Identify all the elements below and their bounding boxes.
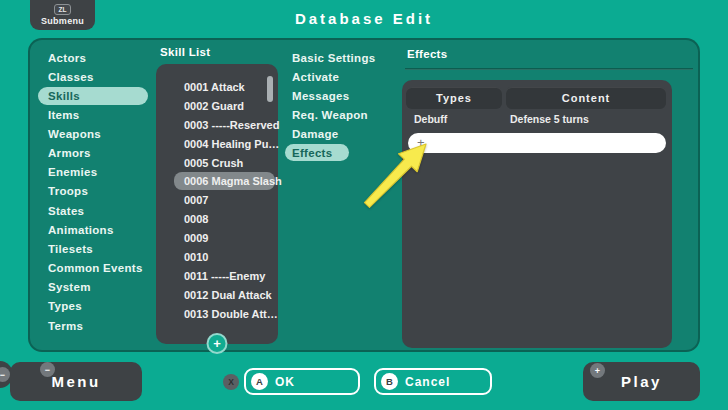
list-item[interactable]: 0007 [156,190,278,209]
cancel-button[interactable]: B Cancel [374,368,492,395]
sidebar-item-actors[interactable]: Actors [30,48,180,67]
column-header-types[interactable]: Types [406,87,502,109]
page-title: Database Edit [0,10,728,27]
skill-list: 0001 Attack 0002 Guard 0003 -----Reserve… [156,77,278,323]
effect-type-value: Debuff [414,113,447,125]
list-item[interactable]: 0001 Attack [156,77,278,96]
cancel-button-label: Cancel [405,375,450,389]
list-item[interactable]: 0004 Healing Pu… [156,134,278,153]
divider [405,68,693,70]
nav-item-activate[interactable]: Activate [284,67,404,86]
nav-item-effects[interactable]: Effects [285,144,349,161]
column-header-content[interactable]: Content [506,87,666,109]
nav-item-basic-settings[interactable]: Basic Settings [284,48,404,67]
list-item[interactable]: 0008 [156,209,278,228]
nav-item-damage[interactable]: Damage [284,124,404,143]
skill-list-panel: 0001 Attack 0002 Guard 0003 -----Reserve… [156,64,278,344]
b-key-icon: B [381,373,398,390]
effect-row[interactable]: Debuff Defense 5 turns [402,113,672,131]
list-item[interactable]: 0005 Crush [156,153,278,172]
ok-button[interactable]: A OK [244,368,360,395]
minus-key-icon: − [40,362,55,377]
nav-item-req-weapon[interactable]: Req. Weapon [284,105,404,124]
section-nav: Basic Settings Activate Messages Req. We… [284,48,404,161]
add-effect-row[interactable]: + [408,133,666,153]
sidebar-item-skills[interactable]: Skills [38,87,148,105]
scrollbar-thumb[interactable] [267,76,273,102]
list-item[interactable]: 0013 Double Att… [156,304,278,323]
effects-title: Effects [407,48,447,60]
ok-button-label: OK [275,375,295,389]
plus-key-icon: + [590,363,605,378]
nav-item-messages[interactable]: Messages [284,86,404,105]
effect-content-value: Defense 5 turns [510,113,589,125]
list-item[interactable]: 0010 [156,247,278,266]
x-key-icon: X [223,374,239,390]
add-skill-button[interactable]: + [207,333,228,354]
main-panel: Actors Classes Skills Items Weapons Armo… [28,38,700,352]
list-item[interactable]: 0012 Dual Attack [156,285,278,304]
list-item[interactable]: 0011 -----Enemy [156,266,278,285]
database-edit-screen: ZL Submenu Database Edit Actors Classes … [0,0,728,410]
list-item[interactable]: 0002 Guard [156,96,278,115]
skill-list-title: Skill List [160,46,210,58]
list-item-selected[interactable]: 0006 Magma Slash [174,172,275,190]
effects-panel: Types Content Debuff Defense 5 turns + [402,80,672,348]
list-item[interactable]: 0003 -----Reserved [156,115,278,134]
menu-button[interactable]: Menu [10,362,142,401]
list-item[interactable]: 0009 [156,228,278,247]
a-key-icon: A [251,373,268,390]
